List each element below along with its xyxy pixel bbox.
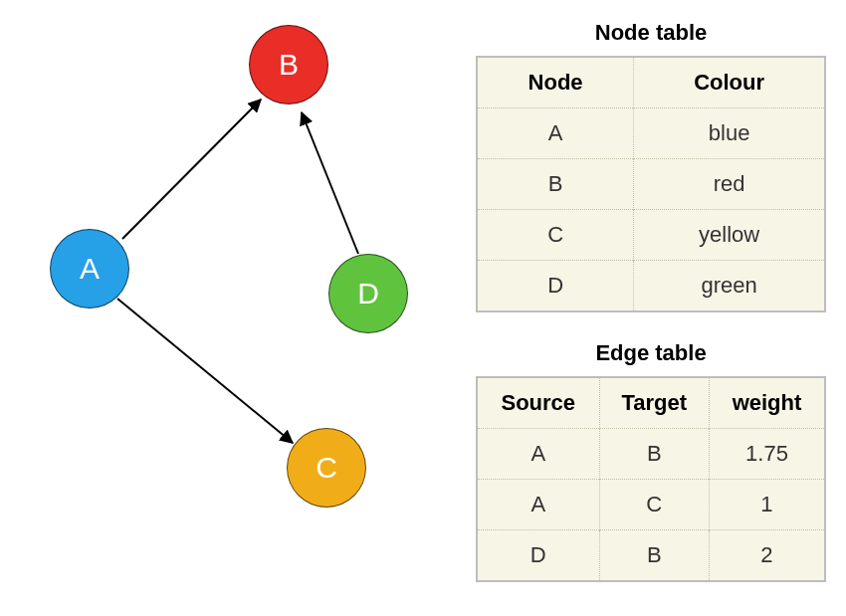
node-label: B	[279, 48, 299, 82]
cell-target: B	[599, 429, 709, 480]
table-row: D green	[477, 261, 825, 312]
cell-node: B	[477, 159, 634, 210]
edge-A-B	[122, 100, 261, 239]
table-header-row: Node Colour	[477, 57, 825, 108]
table-row: D B 2	[477, 530, 825, 582]
cell-source: A	[477, 480, 599, 530]
edge-D-B	[302, 112, 358, 254]
node-label: A	[80, 252, 100, 286]
node-table-title: Node table	[476, 20, 826, 46]
table-row: B red	[477, 159, 825, 210]
node-A: A	[50, 229, 129, 308]
node-C: C	[287, 428, 366, 508]
table-row: C yellow	[477, 210, 825, 261]
node-D: D	[328, 254, 408, 333]
edge-table-title: Edge table	[476, 340, 826, 366]
cell-colour: blue	[634, 108, 825, 159]
edge-A-C	[117, 299, 293, 443]
cell-node: C	[477, 210, 634, 261]
table-row: A blue	[477, 108, 825, 159]
table-header-row: Source Target weight	[477, 377, 825, 429]
cell-colour: green	[634, 261, 825, 312]
graph-diagram: A B C D	[0, 0, 468, 616]
edge-table: Source Target weight A B 1.75 A C 1 D B …	[476, 376, 826, 582]
cell-node: D	[477, 261, 634, 312]
col-header-colour: Colour	[634, 57, 825, 108]
node-B: B	[249, 25, 328, 104]
cell-weight: 1.75	[709, 429, 825, 480]
cell-weight: 2	[709, 530, 825, 582]
cell-colour: red	[634, 159, 825, 210]
cell-target: B	[599, 530, 709, 582]
cell-weight: 1	[709, 480, 825, 530]
edge-table-section: Edge table Source Target weight A B 1.75…	[476, 340, 826, 582]
cell-source: A	[477, 429, 599, 480]
cell-target: C	[599, 480, 709, 530]
col-header-node: Node	[477, 57, 634, 108]
table-row: A C 1	[477, 480, 825, 530]
node-table-section: Node table Node Colour A blue B red C ye…	[476, 20, 826, 312]
table-row: A B 1.75	[477, 429, 825, 480]
col-header-target: Target	[599, 377, 709, 429]
col-header-source: Source	[477, 377, 599, 429]
node-table: Node Colour A blue B red C yellow D gree…	[476, 56, 826, 312]
node-label: C	[316, 451, 337, 485]
cell-colour: yellow	[634, 210, 825, 261]
node-label: D	[357, 277, 379, 310]
cell-node: A	[477, 108, 634, 159]
cell-source: D	[477, 530, 599, 582]
col-header-weight: weight	[709, 377, 825, 429]
